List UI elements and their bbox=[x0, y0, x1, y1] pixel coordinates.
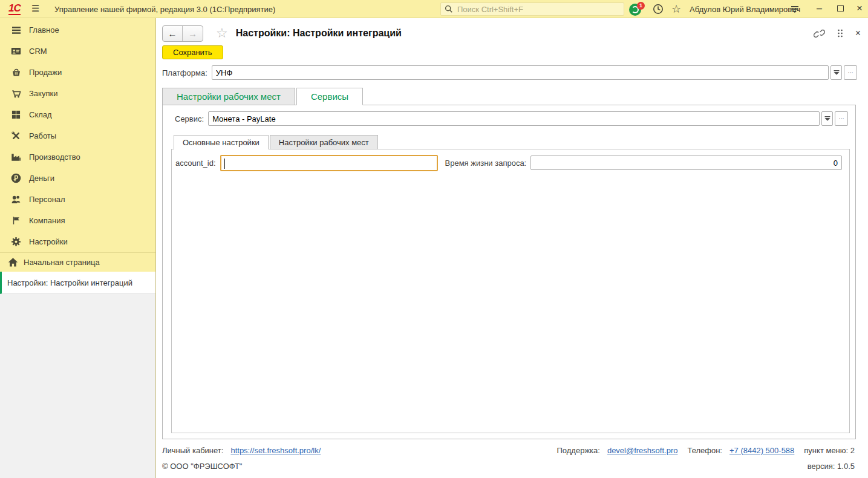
sidebar-item-zakupki[interactable]: Закупки bbox=[0, 83, 155, 104]
tab-workplaces-settings[interactable]: Настройки рабочих мест bbox=[162, 88, 295, 105]
sidebar-item-kompaniya[interactable]: Компания bbox=[0, 210, 155, 231]
page-header: ← → ☆ Настройки: Настройки интеграций × bbox=[162, 25, 861, 42]
home-icon bbox=[8, 257, 18, 267]
back-button[interactable]: ← bbox=[163, 26, 183, 41]
sidebar-item-glavnoe[interactable]: Главное bbox=[0, 19, 155, 41]
sales-basket-icon bbox=[11, 67, 21, 77]
open-window-title: Настройки: Настройки интеграций bbox=[7, 278, 132, 287]
platform-field-row: Платформа: ... bbox=[162, 65, 857, 80]
platform-dropdown-button[interactable] bbox=[830, 65, 842, 80]
crm-card-icon bbox=[11, 46, 21, 56]
user-menu-icon[interactable] bbox=[790, 4, 800, 14]
footer-line-2: © ООО "ФРЭШСОФТ" версия: 1.0.5 bbox=[162, 462, 855, 471]
phone-label: Телефон: bbox=[687, 446, 722, 455]
platform-choose-button[interactable]: ... bbox=[844, 65, 857, 80]
favorite-page-icon[interactable]: ☆ bbox=[216, 27, 228, 40]
money-ruble-icon bbox=[11, 173, 21, 183]
page-title: Настройки: Настройки интеграций bbox=[236, 28, 402, 39]
search-icon bbox=[445, 5, 453, 13]
service-field-row: Сервис: ... bbox=[175, 111, 848, 126]
close-page-button[interactable]: × bbox=[855, 28, 861, 38]
phone-link[interactable]: +7 (8442) 500-588 bbox=[729, 446, 794, 455]
sidebar-item-prodazhi[interactable]: Продажи bbox=[0, 62, 155, 83]
account-field-row: account_id: Время жизни запроса: bbox=[175, 154, 842, 171]
app-window: 1С ☰ Управление нашей фирмой, редакция 3… bbox=[0, 0, 868, 478]
save-button[interactable]: Сохранить bbox=[162, 45, 223, 59]
subtab-workplaces-settings[interactable]: Настройки рабочих мест bbox=[270, 135, 378, 149]
menu-item-count: пункт меню: 2 bbox=[804, 446, 855, 455]
1c-logo: 1С bbox=[8, 2, 21, 15]
service-label: Сервис: bbox=[175, 114, 204, 123]
sidebar-item-proizvodstvo[interactable]: Производство bbox=[0, 146, 155, 168]
favorites-icon[interactable]: ☆ bbox=[671, 2, 681, 16]
cabinet-link[interactable]: https://set.freshsoft.pro/lk/ bbox=[230, 446, 321, 455]
sidebar: Главное CRM Продажи Закупки bbox=[0, 18, 156, 478]
sidebar-item-home[interactable]: Начальная страница bbox=[0, 252, 155, 272]
window-titlebar: 1С ☰ Управление нашей фирмой, редакция 3… bbox=[0, 0, 868, 18]
support-link[interactable]: devel@freshsoft.pro bbox=[607, 446, 678, 455]
account-id-input[interactable] bbox=[220, 155, 438, 171]
maximize-button[interactable] bbox=[837, 5, 844, 11]
dropdown-icon bbox=[834, 70, 840, 76]
sidebar-item-raboty[interactable]: Работы bbox=[0, 125, 155, 146]
more-menu-icon[interactable] bbox=[837, 28, 843, 38]
dropdown-icon bbox=[824, 116, 830, 122]
text-caret bbox=[224, 159, 225, 169]
footer-line-1: Личный кабинет: https://set.freshsoft.pr… bbox=[162, 446, 855, 455]
content-area: ← → ☆ Настройки: Настройки интеграций × … bbox=[157, 19, 868, 478]
get-link-icon[interactable] bbox=[814, 28, 825, 39]
company-flag-icon bbox=[11, 215, 21, 226]
close-window-button[interactable]: × bbox=[857, 2, 863, 15]
purchases-cart-icon bbox=[11, 88, 21, 99]
cabinet-label: Личный кабинет: bbox=[162, 446, 223, 455]
platform-input[interactable] bbox=[212, 65, 829, 80]
copyright: © ООО "ФРЭШСОФТ" bbox=[162, 462, 243, 471]
menu-lines-icon bbox=[11, 25, 21, 35]
warehouse-boxes-icon bbox=[11, 110, 21, 120]
subtab-main-settings[interactable]: Основные настройки bbox=[174, 135, 269, 149]
sidebar-item-sklad[interactable]: Склад bbox=[0, 104, 155, 125]
sidebar-item-crm[interactable]: CRM bbox=[0, 41, 155, 62]
works-tools-icon bbox=[11, 131, 21, 141]
ttl-label: Время жизни запроса: bbox=[445, 159, 527, 168]
service-choose-button[interactable]: ... bbox=[835, 111, 848, 126]
sidebar-empty-area bbox=[0, 294, 155, 478]
sidebar-item-personal[interactable]: Персонал bbox=[0, 189, 155, 210]
production-factory-icon bbox=[11, 152, 21, 162]
platform-label: Платформа: bbox=[162, 68, 207, 77]
service-subtabs: Основные настройки Настройки рабочих мес… bbox=[174, 135, 378, 149]
settings-gear-icon bbox=[11, 237, 21, 247]
global-search[interactable] bbox=[440, 2, 624, 16]
service-input[interactable] bbox=[208, 111, 820, 126]
user-name[interactable]: Абдулов Юрий Владимирович bbox=[690, 5, 800, 14]
account-id-label: account_id: bbox=[175, 159, 216, 168]
open-window-item[interactable]: Настройки: Настройки интеграций bbox=[0, 272, 155, 294]
history-icon[interactable] bbox=[652, 3, 664, 15]
sidebar-item-dengi[interactable]: Деньги bbox=[0, 168, 155, 189]
search-input[interactable] bbox=[456, 4, 620, 15]
main-tabs: Настройки рабочих мест Сервисы bbox=[162, 88, 363, 105]
main-menu-icon[interactable]: ☰ bbox=[31, 3, 39, 14]
minimize-button[interactable]: – bbox=[817, 3, 822, 14]
service-dropdown-button[interactable] bbox=[821, 111, 833, 126]
version-label: версия: 1.0.5 bbox=[808, 462, 855, 471]
forward-button[interactable]: → bbox=[183, 26, 203, 41]
page-header-actions: × bbox=[814, 28, 861, 39]
personnel-people-icon bbox=[11, 194, 21, 205]
tab-services[interactable]: Сервисы bbox=[296, 88, 363, 105]
notification-badge: 1 bbox=[637, 2, 645, 10]
main-settings-panel: account_id: Время жизни запроса: bbox=[171, 149, 850, 433]
discussions-button[interactable]: 1 bbox=[629, 2, 645, 17]
sidebar-item-nastroyki[interactable]: Настройки bbox=[0, 231, 155, 252]
services-tab-panel: Сервис: ... Основные настройки Настройки… bbox=[162, 105, 856, 439]
sidebar-sections: Главное CRM Продажи Закупки bbox=[0, 18, 155, 252]
history-nav: ← → bbox=[162, 25, 203, 42]
ttl-input[interactable] bbox=[530, 156, 842, 170]
app-title: Управление нашей фирмой, редакция 3.0 (1… bbox=[54, 5, 275, 14]
support-label: Поддержка: bbox=[556, 446, 599, 455]
